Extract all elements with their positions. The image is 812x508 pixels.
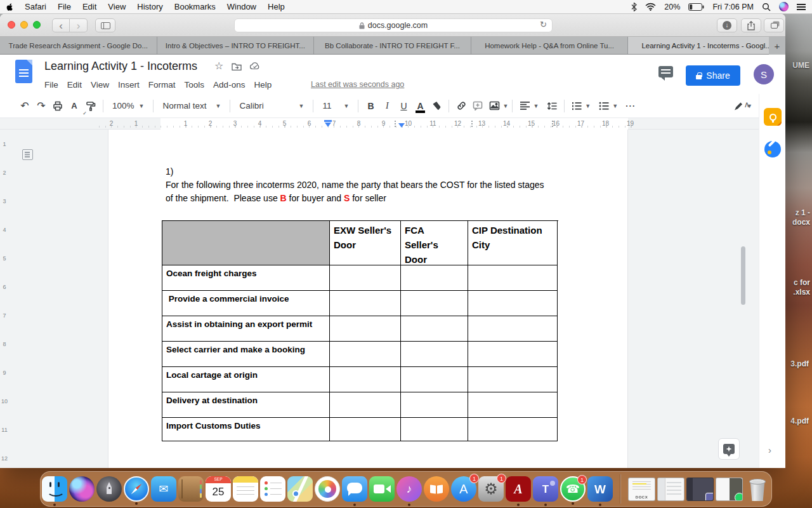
bulleted-list-button[interactable] <box>596 98 612 114</box>
safari-tab[interactable]: Homework Help - Q&A from Online Tu... <box>471 37 629 54</box>
docs-menu-item[interactable]: Edit <box>67 79 87 91</box>
notification-center-icon[interactable] <box>797 4 806 10</box>
bluetooth-icon[interactable] <box>631 3 637 11</box>
desktop-file-label[interactable]: UME <box>792 61 809 70</box>
notes[interactable] <box>233 476 258 502</box>
docs-menu-item[interactable]: Insert <box>118 79 145 91</box>
table-cell-cip[interactable] <box>468 367 558 392</box>
table-row-label[interactable]: Local cartage at origin <box>162 367 330 392</box>
acrobat[interactable]: A <box>506 476 531 502</box>
collapse-toolbar-button[interactable]: ∧ <box>743 100 750 109</box>
last-edit-link[interactable]: Last edit was seconds ago <box>311 80 404 89</box>
finder[interactable] <box>42 476 67 502</box>
document-title[interactable]: Learning Activity 1 - Incoterms <box>44 60 197 73</box>
table-cell-exw[interactable] <box>330 265 401 291</box>
table-cell-cip[interactable] <box>468 418 558 441</box>
zoom-select[interactable]: 100%▼ <box>107 98 149 114</box>
bold-button[interactable]: B <box>362 98 379 114</box>
messages[interactable] <box>342 476 367 502</box>
battery-icon[interactable] <box>688 3 704 11</box>
table-cell-fca[interactable] <box>401 367 468 392</box>
numbered-list-caret[interactable]: ▼ <box>585 103 591 109</box>
minimized-finder-window[interactable] <box>657 478 684 501</box>
font-size-select[interactable]: 11▼ <box>317 98 354 114</box>
account-avatar[interactable]: S <box>754 64 774 84</box>
table-cell-exw[interactable] <box>330 418 401 441</box>
safari-tab[interactable]: Intro & Objectives – INTRO TO FREIGHT... <box>157 37 315 54</box>
safari[interactable] <box>124 476 149 502</box>
vertical-scrollbar[interactable] <box>741 246 745 305</box>
google-docs-icon[interactable] <box>15 60 32 83</box>
more-formats-button[interactable]: ⋯ <box>622 98 638 114</box>
sidebar-button[interactable] <box>95 18 115 32</box>
undo-button[interactable]: ↶ <box>16 98 33 114</box>
back-button[interactable]: ‹ <box>52 18 70 32</box>
contacts[interactable] <box>178 476 204 502</box>
table-cell-exw[interactable] <box>330 367 401 392</box>
insert-image-button[interactable] <box>486 98 502 114</box>
table-cell-fca[interactable] <box>401 342 468 367</box>
whatsapp[interactable]: ☎ 1 <box>560 476 586 502</box>
table-cell-exw[interactable] <box>330 342 401 367</box>
move-to-folder-icon[interactable] <box>232 62 242 70</box>
text-color-button[interactable]: A <box>417 102 423 110</box>
table-header-exw[interactable]: EXW Seller's Door <box>330 221 401 265</box>
spotlight-search-icon[interactable] <box>762 3 771 11</box>
insert-link-button[interactable] <box>453 98 469 114</box>
highlight-color-button[interactable] <box>428 98 445 114</box>
menubar-item-window[interactable]: Window <box>221 0 262 14</box>
indent-marker[interactable] <box>324 120 332 127</box>
spelling-check-button[interactable]: A <box>66 98 82 114</box>
desktop-file-label[interactable]: c for .xlsx <box>793 278 810 297</box>
apple-menu-icon[interactable] <box>0 2 19 11</box>
table-column-handle[interactable] <box>552 121 553 128</box>
menu-bar-clock[interactable]: Fri 7:06 PM <box>712 3 754 11</box>
new-tab-button[interactable]: + <box>769 37 785 55</box>
table-cell-fca[interactable] <box>401 418 468 441</box>
docs-share-button[interactable]: Share <box>686 65 740 86</box>
table-cell-cip[interactable] <box>468 342 558 367</box>
tab-overview-button[interactable] <box>764 18 784 32</box>
table-row-label[interactable]: Select carrier and make a booking <box>162 342 330 367</box>
minimized-whatsapp-window[interactable] <box>716 478 743 501</box>
itunes[interactable]: ♪ <box>396 476 422 502</box>
safari-tab[interactable]: Bb Collaborate - INTRO TO FREIGHT F... <box>314 37 471 54</box>
docs-menu-item[interactable]: Tools <box>185 79 210 91</box>
table-header-empty[interactable] <box>162 221 330 265</box>
siri-icon[interactable] <box>779 2 789 11</box>
menubar-item-view[interactable]: View <box>102 0 131 14</box>
indent-marker[interactable] <box>398 123 405 128</box>
reminders[interactable] <box>260 476 285 502</box>
dock-divider[interactable] <box>620 474 621 504</box>
forward-button[interactable]: › <box>70 18 88 32</box>
align-button[interactable] <box>516 98 533 114</box>
print-button[interactable] <box>49 98 66 114</box>
image-dropdown-caret[interactable]: ▼ <box>502 103 508 109</box>
app-store[interactable]: A 1 <box>451 476 476 502</box>
wifi-icon[interactable] <box>645 3 656 11</box>
table-cell-exw[interactable] <box>330 291 401 316</box>
launchpad[interactable] <box>96 476 122 502</box>
menubar-item-edit[interactable]: Edit <box>77 0 102 14</box>
table-header-fca[interactable]: FCA Seller's Door <box>401 221 468 265</box>
document-outline-icon[interactable] <box>22 149 33 160</box>
google-tasks-icon[interactable] <box>764 141 781 157</box>
table-column-handle[interactable] <box>395 121 396 128</box>
docs-menu-item[interactable]: Add-ons <box>213 79 250 91</box>
table-cell-fca[interactable] <box>401 265 468 291</box>
numbered-list-button[interactable] <box>568 98 585 114</box>
address-bar[interactable]: docs.google.com ↻ <box>234 18 553 32</box>
table-header-cip[interactable]: CIP Destination City <box>468 221 558 265</box>
safari-tab[interactable]: Learning Activity 1 - Incoterms - Googl.… <box>628 37 785 54</box>
table-cell-fca[interactable] <box>401 392 468 418</box>
desktop-file-label[interactable]: 4.pdf <box>790 417 809 426</box>
explore-button[interactable] <box>718 438 740 460</box>
insert-comment-button[interactable] <box>469 98 486 114</box>
document-page[interactable]: 1)For the following three incoterms 2020… <box>108 130 628 468</box>
siri[interactable] <box>69 476 95 502</box>
system-preferences[interactable]: ⚙ 1 <box>478 476 504 502</box>
table-cell-fca[interactable] <box>401 291 468 316</box>
table-cell-exw[interactable] <box>330 316 401 342</box>
table-cell-cip[interactable] <box>468 392 558 418</box>
paragraph-style-select[interactable]: Normal text▼ <box>157 98 226 114</box>
